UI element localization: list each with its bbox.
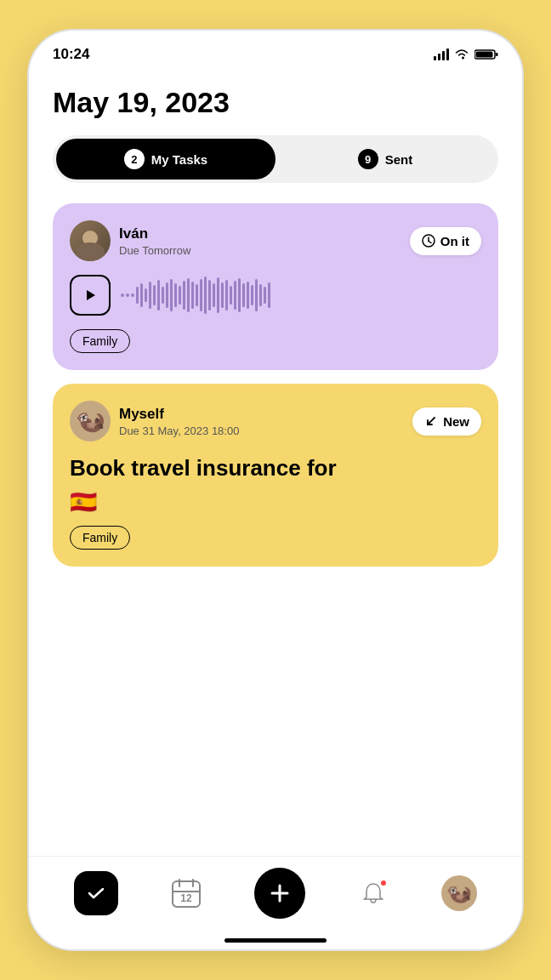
waveform-bar — [264, 287, 266, 304]
svg-line-11 — [428, 418, 435, 424]
waveform-bar — [196, 284, 198, 306]
user-info-1: Iván Due Tomorrow — [119, 225, 190, 257]
waveform-bar — [268, 282, 270, 308]
task-card-purple[interactable]: Iván Due Tomorrow On it — [53, 203, 498, 370]
tab-sent[interactable]: 9 Sent — [276, 139, 495, 179]
bottom-nav: 12 — [29, 856, 522, 949]
play-icon — [82, 288, 98, 303]
waveform-bar — [225, 280, 228, 311]
waveform-container — [70, 275, 481, 316]
sent-badge: 9 — [358, 149, 378, 169]
svg-rect-2 — [442, 51, 445, 60]
task-emoji: 🇪🇸 — [70, 489, 481, 516]
status-btn-new[interactable]: New — [412, 407, 481, 436]
user-name-1: Iván — [119, 225, 190, 242]
waveform-bar — [136, 287, 139, 304]
user-name-2: Myself — [119, 406, 239, 423]
tag-family-2[interactable]: Family — [70, 526, 130, 550]
waveform-bar — [238, 278, 241, 312]
waveform-bar — [259, 284, 262, 306]
waveform-bar — [162, 287, 164, 304]
waveform-dot — [131, 293, 134, 297]
avatar-emoji: 🦦 — [76, 409, 105, 433]
nav-check-bg — [74, 871, 118, 915]
waveform-bar — [242, 283, 245, 307]
waveform-bar — [230, 286, 232, 305]
waveform-bar — [145, 288, 147, 302]
status-new-label: New — [443, 414, 469, 429]
task-user-2: 🦦 Myself Due 31 May, 2023 18:00 — [70, 401, 239, 442]
nav-avatar-item[interactable]: 🦦 — [441, 875, 477, 911]
avatar-myself: 🦦 — [70, 401, 111, 442]
waveform-bar — [200, 279, 202, 311]
waveform-bar — [187, 278, 190, 312]
waveform-bar — [174, 283, 177, 307]
waveform-bar — [166, 282, 168, 308]
waveform-bar — [255, 279, 258, 311]
task-card-yellow[interactable]: 🦦 Myself Due 31 May, 2023 18:00 New — [53, 384, 498, 566]
status-bar: 10:24 — [29, 31, 522, 73]
svg-marker-10 — [87, 290, 95, 300]
calendar-icon: 12 — [169, 876, 203, 910]
status-btn-on-it[interactable]: On it — [410, 227, 481, 255]
battery-icon — [474, 48, 498, 60]
waveform-bar — [251, 285, 253, 305]
status-icons — [434, 48, 498, 60]
my-tasks-label: My Tasks — [151, 152, 207, 167]
task-user-1: Iván Due Tomorrow — [70, 220, 190, 261]
status-on-it-label: On it — [440, 234, 469, 248]
phone-frame: 10:24 — [0, 0, 551, 980]
clock-icon — [422, 234, 435, 248]
nav-avatar-emoji: 🦦 — [446, 881, 472, 905]
nav-calendar-item[interactable]: 12 — [168, 875, 204, 911]
checkmark-icon — [86, 883, 106, 903]
nav-add-item[interactable] — [254, 868, 305, 919]
task-header-2: 🦦 Myself Due 31 May, 2023 18:00 New — [70, 401, 481, 442]
avatar-ivan — [70, 220, 111, 261]
waveform-bar — [157, 280, 160, 311]
waveform — [121, 275, 481, 316]
waveform-bar — [213, 283, 215, 307]
signal-icon — [434, 48, 449, 60]
user-info-2: Myself Due 31 May, 2023 18:00 — [119, 406, 239, 437]
waveform-dot — [121, 293, 124, 297]
waveform-bar — [149, 282, 151, 309]
waveform-bar — [170, 279, 173, 311]
my-tasks-badge: 2 — [124, 149, 145, 169]
waveform-bar — [247, 282, 249, 309]
waveform-dot — [126, 293, 129, 297]
waveform-bar — [140, 283, 143, 307]
svg-rect-0 — [434, 56, 436, 60]
nav-check-item[interactable] — [74, 871, 118, 915]
svg-rect-5 — [476, 52, 493, 58]
svg-rect-3 — [446, 48, 449, 60]
user-due-1: Due Tomorrow — [119, 244, 190, 257]
nav-calendar-bg: 12 — [168, 875, 204, 911]
phone-body: 10:24 — [29, 31, 522, 949]
tab-my-tasks[interactable]: 2 My Tasks — [56, 139, 276, 179]
sent-label: Sent — [385, 152, 413, 167]
status-time: 10:24 — [53, 46, 89, 63]
nav-add-btn[interactable] — [254, 868, 305, 919]
waveform-bar — [153, 285, 156, 305]
play-button[interactable] — [70, 275, 111, 316]
nav-avatar-bg: 🦦 — [441, 875, 477, 911]
waveform-bar — [179, 286, 181, 305]
waveform-bar — [183, 281, 185, 310]
main-content: May 19, 2023 2 My Tasks 9 Sent — [29, 73, 522, 567]
user-due-2: Due 31 May, 2023 18:00 — [119, 424, 239, 437]
svg-line-9 — [429, 242, 431, 243]
task-text: Book travel insurance for — [70, 455, 481, 481]
svg-text:12: 12 — [181, 892, 193, 904]
plus-icon — [268, 881, 292, 905]
nav-bell-item[interactable] — [355, 875, 391, 911]
tab-switcher: 2 My Tasks 9 Sent — [53, 135, 498, 183]
waveform-bar — [208, 280, 211, 311]
wifi-icon — [454, 48, 469, 60]
arrow-down-left-icon — [424, 414, 438, 428]
tag-family-1[interactable]: Family — [70, 329, 130, 353]
nav-bell-bg — [355, 875, 391, 911]
date-title: May 19, 2023 — [53, 87, 498, 118]
svg-rect-6 — [496, 53, 498, 56]
waveform-bar — [204, 276, 207, 314]
